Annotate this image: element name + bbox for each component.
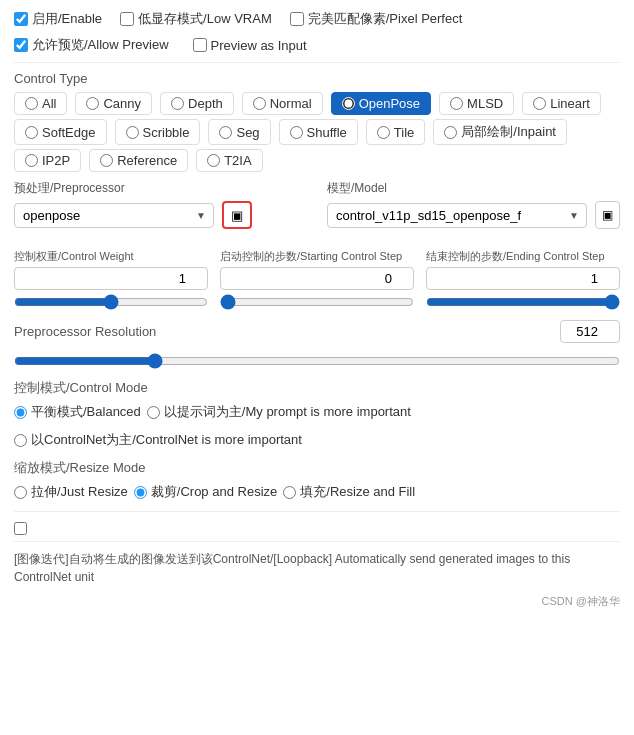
sliders-row: 控制权重/Control Weight 启动控制的步数/Starting Con… (14, 249, 620, 310)
preprocessor-model-row: 预处理/Preprocessor openpose ▼ ▣ 模型/Model c… (14, 180, 620, 239)
model-section-label: 模型/Model (327, 180, 620, 197)
model-icon-button[interactable]: ▣ (595, 201, 620, 229)
resize-mode-label: 缩放模式/Resize Mode (14, 459, 620, 477)
control-mode-section: 控制模式/Control Mode 平衡模式/Balanced 以提示词为主/M… (14, 379, 620, 449)
ending-control-step-input[interactable] (426, 267, 620, 290)
preprocessor-controls: openpose ▼ ▣ (14, 201, 307, 229)
radio-normal[interactable]: Normal (242, 92, 323, 115)
preprocessor-select-wrap: openpose ▼ (14, 203, 214, 228)
allow-preview-label: 允许预览/Allow Preview (32, 36, 169, 54)
radio-tile[interactable]: Tile (366, 119, 425, 145)
preprocessor-btn-icon: ▣ (231, 208, 243, 223)
low-vram-checkbox[interactable] (120, 12, 134, 26)
pixel-perfect-checkbox[interactable] (290, 12, 304, 26)
resolution-row: Preprocessor Resolution (14, 320, 620, 343)
radio-softedge[interactable]: SoftEdge (14, 119, 107, 145)
control-type-grid: All Canny Depth Normal OpenPose MLSD Lin… (14, 92, 620, 172)
starting-control-step-label: 启动控制的步数/Starting Control Step (220, 249, 414, 263)
control-mode-prompt[interactable]: 以提示词为主/My prompt is more important (147, 403, 411, 421)
radio-inpaint[interactable]: 局部绘制/Inpaint (433, 119, 567, 145)
radio-mlsd[interactable]: MLSD (439, 92, 514, 115)
radio-openpose[interactable]: OpenPose (331, 92, 431, 115)
loopback-checkbox[interactable] (14, 522, 27, 535)
enable-checkbox[interactable] (14, 12, 28, 26)
resize-mode-options: 拉伸/Just Resize 裁剪/Crop and Resize 填充/Res… (14, 483, 620, 501)
control-weight-slider[interactable] (14, 294, 208, 310)
radio-reference[interactable]: Reference (89, 149, 188, 172)
radio-seg[interactable]: Seg (208, 119, 270, 145)
preview-as-input-label: Preview as Input (211, 38, 307, 53)
low-vram-label: 低显存模式/Low VRAM (138, 10, 272, 28)
model-select[interactable]: control_v11p_sd15_openpose_f (327, 203, 587, 228)
radio-ip2p[interactable]: IP2P (14, 149, 81, 172)
ending-control-step-slider[interactable] (426, 294, 620, 310)
radio-scribble[interactable]: Scribble (115, 119, 201, 145)
preview-as-input-checkbox[interactable] (193, 38, 207, 52)
radio-t2ia[interactable]: T2IA (196, 149, 262, 172)
control-weight-block: 控制权重/Control Weight (14, 249, 208, 310)
control-type-label: Control Type (14, 71, 620, 86)
control-weight-label: 控制权重/Control Weight (14, 249, 208, 263)
resize-mode-crop-resize[interactable]: 裁剪/Crop and Resize (134, 483, 277, 501)
radio-shuffle[interactable]: Shuffle (279, 119, 358, 145)
ending-control-step-block: 结束控制的步数/Ending Control Step (426, 249, 620, 310)
resize-mode-just-resize[interactable]: 拉伸/Just Resize (14, 483, 128, 501)
control-mode-options: 平衡模式/Balanced 以提示词为主/My prompt is more i… (14, 403, 620, 449)
preprocessor-select[interactable]: openpose (14, 203, 214, 228)
watermark: CSDN @神洛华 (14, 594, 620, 609)
starting-control-step-input[interactable] (220, 267, 414, 290)
allow-preview-checkbox[interactable] (14, 38, 28, 52)
enable-checkbox-item[interactable]: 启用/Enable (14, 10, 102, 28)
model-select-wrap: control_v11p_sd15_openpose_f ▼ (327, 203, 587, 228)
footer-note: [图像迭代]自动将生成的图像发送到该ControlNet/[Loopback] … (14, 541, 620, 586)
radio-canny[interactable]: Canny (75, 92, 152, 115)
footer-row: [图像迭代]自动将生成的图像发送到该ControlNet/[Loopback] … (14, 520, 620, 586)
resize-mode-fill[interactable]: 填充/Resize and Fill (283, 483, 415, 501)
pixel-perfect-checkbox-item[interactable]: 完美匹配像素/Pixel Perfect (290, 10, 463, 28)
preprocessor-col: 预处理/Preprocessor openpose ▼ ▣ (14, 180, 307, 239)
divider-2 (14, 511, 620, 512)
starting-control-step-slider[interactable] (220, 294, 414, 310)
allow-preview-row: 允许预览/Allow Preview Preview as Input (14, 36, 620, 54)
radio-lineart[interactable]: Lineart (522, 92, 601, 115)
ending-control-step-label: 结束控制的步数/Ending Control Step (426, 249, 620, 263)
resolution-slider[interactable] (14, 353, 620, 369)
resize-mode-section: 缩放模式/Resize Mode 拉伸/Just Resize 裁剪/Crop … (14, 459, 620, 501)
radio-depth[interactable]: Depth (160, 92, 234, 115)
allow-preview-checkbox-item[interactable]: 允许预览/Allow Preview (14, 36, 169, 54)
preview-as-input-checkbox-item[interactable]: Preview as Input (193, 38, 307, 53)
control-mode-label: 控制模式/Control Mode (14, 379, 620, 397)
control-mode-balanced[interactable]: 平衡模式/Balanced (14, 403, 141, 421)
radio-all[interactable]: All (14, 92, 67, 115)
model-controls: control_v11p_sd15_openpose_f ▼ ▣ (327, 201, 620, 229)
starting-control-step-block: 启动控制的步数/Starting Control Step (220, 249, 414, 310)
control-weight-input[interactable] (14, 267, 208, 290)
low-vram-checkbox-item[interactable]: 低显存模式/Low VRAM (120, 10, 272, 28)
model-btn-icon: ▣ (602, 208, 613, 222)
preprocessor-icon-button[interactable]: ▣ (222, 201, 252, 229)
model-col: 模型/Model control_v11p_sd15_openpose_f ▼ … (327, 180, 620, 239)
enable-row: 启用/Enable 低显存模式/Low VRAM 完美匹配像素/Pixel Pe… (14, 10, 620, 28)
preprocessor-section-label: 预处理/Preprocessor (14, 180, 307, 197)
divider-1 (14, 62, 620, 63)
pixel-perfect-label: 完美匹配像素/Pixel Perfect (308, 10, 463, 28)
control-mode-controlnet[interactable]: 以ControlNet为主/ControlNet is more importa… (14, 431, 302, 449)
resolution-input[interactable] (560, 320, 620, 343)
resolution-label: Preprocessor Resolution (14, 324, 156, 339)
enable-label: 启用/Enable (32, 10, 102, 28)
